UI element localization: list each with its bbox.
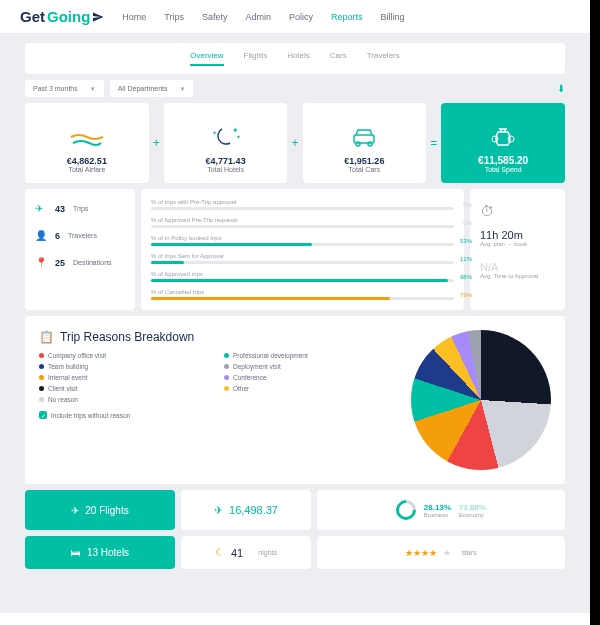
department-select[interactable]: All Departments▼ [110,80,194,97]
legend-item: Internal event [39,374,216,381]
svg-point-6 [492,136,498,142]
total-airfare-card: €4,862.51 Total Airfare [25,103,149,183]
plus-icon: + [153,136,160,150]
svg-point-4 [356,142,360,146]
total-hotels-card: ✦✦✦ €4,771.43 Total Hotels [164,103,288,183]
nav-reports[interactable]: Reports [331,12,363,22]
legend-item: Other [224,385,401,392]
legend-item: Client visit [39,385,216,392]
trip-reasons-pie-chart [411,330,551,470]
bed-icon: 🛏 [71,547,81,558]
airplane-icon [69,125,105,149]
moon-icon: ✦✦✦ [208,125,244,149]
equals-icon: = [430,136,437,150]
stats-card: ✈43Trips 👤6Travelers 📍25Destinations [25,189,135,310]
policy-bar: % of trips Sent for Approval11% [151,253,454,264]
flights-cost-card: ✈16,498.37 [181,490,311,530]
checkbox-checked-icon: ✓ [39,411,47,419]
svg-text:✦: ✦ [236,134,241,140]
period-select[interactable]: Past 3 months▼ [25,80,104,97]
class-donut-icon [392,496,420,524]
plus-icon: + [291,136,298,150]
include-no-reason-checkbox[interactable]: ✓ Include trips without reason [39,411,401,419]
car-icon [346,125,382,149]
list-icon: 📋 [39,330,54,344]
total-cars-card: €1,951.26 Total Cars [303,103,427,183]
nav-trips[interactable]: Trips [164,12,184,22]
top-nav: GetGoing HomeTripsSafetyAdminPolicyRepor… [0,0,590,33]
flights-summary-card[interactable]: ✈20 Flights [25,490,175,530]
person-icon: 👤 [35,230,47,241]
policy-bar: % of Cancelled trips79% [151,289,454,300]
policy-bar: % of Approved trips98% [151,271,454,282]
chevron-down-icon: ▼ [90,86,96,92]
svg-point-7 [508,136,514,142]
legend-item: Team building [39,363,216,370]
paper-plane-icon [92,11,104,23]
nav-billing[interactable]: Billing [381,12,405,22]
legend-item: No reason [39,396,216,403]
subtab-cars[interactable]: Cars [330,51,347,66]
pin-icon: 📍 [35,257,47,268]
nights-card: ☾41 nights [181,536,311,569]
policy-bar: % of Approved Pre-Trip requests0% [151,217,454,228]
legend-item: Professional development [224,352,401,359]
subtab-flights[interactable]: Flights [244,51,268,66]
policy-bars-card: % of trips with Pre-Trip approval0%% of … [141,189,464,310]
subtab-overview[interactable]: Overview [190,51,223,66]
legend-item: Company office visit [39,352,216,359]
timing-card: ⏱ 11h 20m Avg. plan → book N/A Avg. Time… [470,189,565,310]
subtab-travelers[interactable]: Travelers [367,51,400,66]
policy-bar: % of In Policy booked trips53% [151,235,454,246]
logo: GetGoing [20,8,104,25]
total-spend-card: €11,585.20 Total Spend [441,103,565,183]
plane-icon: ✈ [71,505,79,516]
hotels-summary-card[interactable]: 🛏13 Hotels [25,536,175,569]
plane-outline-icon: ✈ [214,504,223,517]
legend-item: Deployment visit [224,363,401,370]
svg-point-5 [368,142,372,146]
moon-icon: ☾ [215,546,225,559]
nav-home[interactable]: Home [122,12,146,22]
trip-reasons-card: 📋Trip Reasons Breakdown Company office v… [25,316,565,484]
subtab-hotels[interactable]: Hotels [287,51,310,66]
legend-item: Conference [224,374,401,381]
flight-class-card: 28.13%Business 71.88%Economy [317,490,565,530]
star-icon: ★★★★ [405,548,437,558]
nav-safety[interactable]: Safety [202,12,228,22]
stopwatch-icon: ⏱ [480,203,555,219]
download-icon[interactable]: ⬇ [557,83,565,94]
report-subtabs: OverviewFlightsHotelsCarsTravelers [25,43,565,74]
chevron-down-icon: ▼ [180,86,186,92]
nav-policy[interactable]: Policy [289,12,313,22]
stars-card: ★★★★★stars [317,536,565,569]
plane-icon: ✈ [35,203,47,214]
svg-text:✦: ✦ [212,130,217,136]
policy-bar: % of trips with Pre-Trip approval0% [151,199,454,210]
nav-admin[interactable]: Admin [246,12,272,22]
money-bag-icon [490,125,516,147]
